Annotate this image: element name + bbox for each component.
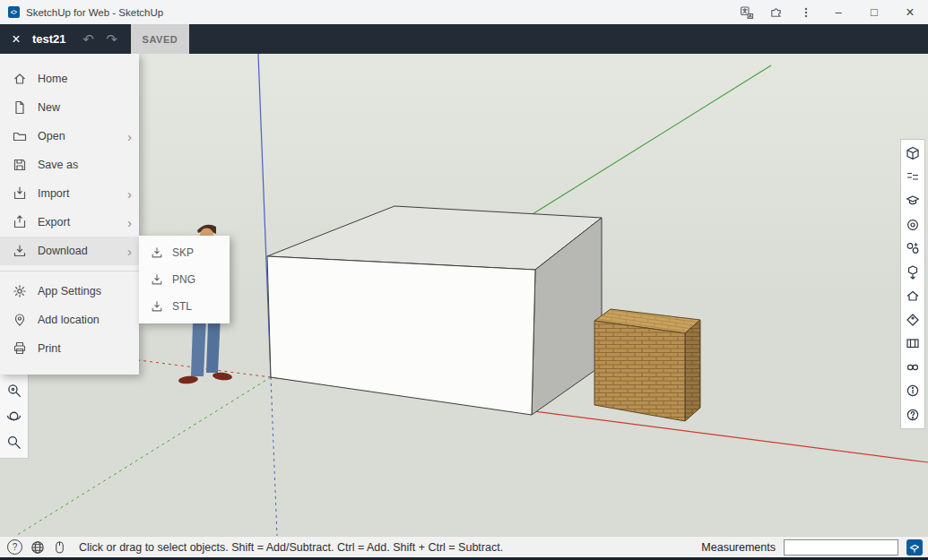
- orbit-icon: [6, 409, 22, 424]
- status-hint: Click or drag to select objects. Shift =…: [79, 541, 503, 554]
- menu-item-label: Save as: [38, 159, 132, 171]
- 3d-warehouse-button[interactable]: [901, 261, 924, 285]
- tape-measure-tool-button[interactable]: [0, 377, 28, 403]
- brick-cube[interactable]: [594, 309, 700, 421]
- globe-icon[interactable]: [30, 540, 45, 555]
- chevron-right-icon: ›: [127, 187, 132, 201]
- orbit-tool-button[interactable]: [0, 403, 28, 429]
- scenes-button[interactable]: [901, 332, 924, 356]
- document-title: test21: [32, 32, 66, 46]
- menu-item-open[interactable]: Open ›: [0, 122, 139, 151]
- submenu-item-label: SKP: [172, 246, 194, 259]
- menu-item-new[interactable]: New: [0, 93, 139, 122]
- chevron-right-icon: ›: [127, 245, 132, 258]
- zoom-tool-button[interactable]: [0, 429, 28, 455]
- download-icon: [13, 244, 27, 258]
- menu-item-import[interactable]: Import ›: [0, 179, 139, 208]
- submenu-item-label: PNG: [172, 273, 195, 286]
- menu-item-app-settings[interactable]: App Settings: [0, 277, 139, 306]
- menu-item-label: Home: [38, 73, 132, 85]
- tags-button[interactable]: [901, 308, 924, 332]
- menu-item-home[interactable]: Home: [0, 65, 139, 93]
- menu-item-label: Open: [38, 130, 117, 142]
- question-icon: [906, 408, 920, 422]
- info-icon: [906, 383, 920, 398]
- soften-edges-button[interactable]: [901, 356, 924, 380]
- measurements-input[interactable]: [784, 539, 898, 556]
- zoom-icon: [6, 435, 22, 450]
- submenu-item-label: STL: [172, 300, 192, 313]
- gear-icon: [13, 284, 27, 298]
- menu-divider: [0, 271, 139, 271]
- right-panel-toolbar: [900, 139, 925, 429]
- main-menu-panel: Home New Open › Save as Import › Export …: [0, 54, 139, 375]
- maximize-button[interactable]: □: [856, 0, 892, 24]
- mouse-icon: [53, 540, 66, 555]
- tags-icon: [906, 313, 920, 327]
- help-icon[interactable]: ?: [7, 539, 22, 555]
- chevron-right-icon: ›: [127, 130, 132, 143]
- left-toolbar: [0, 375, 29, 459]
- menu-item-label: Import: [38, 187, 117, 200]
- menu-item-label: New: [38, 101, 132, 114]
- soften-edges-icon: [906, 360, 920, 375]
- menu-item-label: App Settings: [38, 285, 132, 297]
- scenes-icon: [906, 336, 920, 350]
- redo-button[interactable]: ↷: [100, 31, 124, 47]
- tape-measure-icon: [6, 383, 22, 398]
- import-icon: [13, 186, 27, 201]
- views-button[interactable]: [901, 284, 924, 308]
- browser-menu-button[interactable]: [791, 0, 820, 24]
- app-favicon: [8, 6, 20, 18]
- save-icon: [13, 158, 27, 172]
- instructor-button[interactable]: [901, 189, 924, 213]
- window-title: SketchUp for Web - SketchUp: [26, 7, 163, 18]
- window-title-bar: SketchUp for Web - SketchUp: [0, 0, 928, 24]
- kebab-menu-icon: [800, 5, 812, 20]
- menu-item-label: Add location: [38, 314, 132, 326]
- menu-item-add-location[interactable]: Add location: [0, 306, 139, 334]
- close-menu-button[interactable]: ×: [0, 31, 32, 47]
- chevron-right-icon: ›: [127, 216, 132, 229]
- menu-item-download[interactable]: Download ›: [0, 237, 139, 265]
- model-info-button[interactable]: [901, 379, 924, 403]
- close-window-button[interactable]: ×: [892, 0, 928, 24]
- minimize-button[interactable]: –: [820, 0, 856, 24]
- outliner-button[interactable]: [901, 166, 924, 190]
- help-panel-button[interactable]: [901, 403, 924, 427]
- download-icon: [151, 246, 163, 259]
- new-file-icon: [13, 100, 27, 115]
- printer-icon: [13, 341, 27, 356]
- sketchup-logo: [906, 539, 923, 556]
- entity-info-button[interactable]: [901, 142, 924, 166]
- outliner-icon: [906, 170, 920, 185]
- status-bar: ? Click or drag to select objects. Shift…: [0, 536, 928, 557]
- 3d-warehouse-icon: [906, 265, 920, 280]
- styles-button[interactable]: [901, 213, 924, 237]
- styles-icon: [906, 218, 920, 232]
- entity-info-icon: [906, 146, 920, 160]
- menu-item-save-as[interactable]: Save as: [0, 151, 139, 179]
- components-button[interactable]: [901, 237, 924, 261]
- puzzle-icon: [769, 5, 783, 19]
- extensions-button[interactable]: [761, 0, 791, 24]
- submenu-item-png[interactable]: PNG: [139, 266, 230, 293]
- components-icon: [906, 241, 920, 255]
- folder-icon: [13, 129, 27, 143]
- menu-item-export[interactable]: Export ›: [0, 208, 139, 237]
- translate-icon: [740, 5, 754, 20]
- submenu-item-stl[interactable]: STL: [139, 293, 230, 320]
- location-pin-icon: [13, 313, 27, 327]
- menu-item-label: Print: [38, 342, 132, 355]
- download-icon: [151, 273, 163, 286]
- undo-button[interactable]: ↶: [77, 31, 100, 47]
- translate-button[interactable]: [732, 0, 761, 24]
- submenu-item-skp[interactable]: SKP: [139, 239, 230, 266]
- menu-item-print[interactable]: Print: [0, 334, 139, 363]
- white-box[interactable]: [267, 206, 602, 415]
- instructor-icon: [906, 194, 920, 208]
- menu-item-label: Export: [38, 216, 117, 228]
- home-icon: [13, 72, 27, 86]
- save-status-badge: SAVED: [131, 24, 190, 54]
- export-icon: [13, 215, 27, 229]
